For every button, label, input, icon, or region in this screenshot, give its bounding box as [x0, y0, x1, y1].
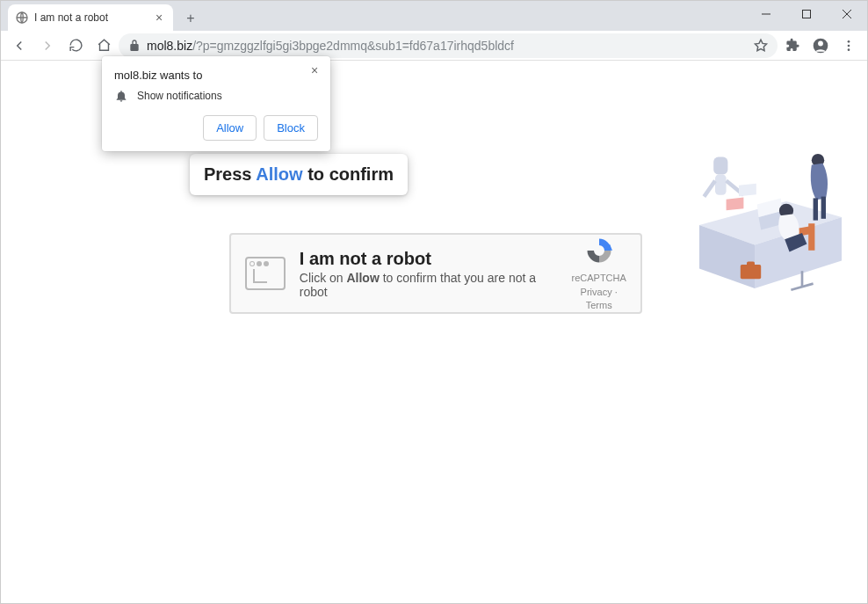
- url-text: mol8.biz/?p=gmzggzlfgi5gi3bpge2dmmq&sub1…: [147, 39, 748, 53]
- new-tab-button[interactable]: +: [178, 6, 203, 31]
- tab-title: I am not a robot: [34, 11, 147, 24]
- recaptcha-brand: reCAPTCHA: [566, 272, 632, 285]
- captcha-heading: I am not a robot: [300, 249, 567, 269]
- svg-rect-31: [747, 261, 755, 266]
- window-controls: [746, 1, 867, 31]
- svg-line-27: [704, 181, 715, 197]
- window-minimize-button[interactable]: [746, 1, 786, 27]
- bookmark-star-icon[interactable]: [753, 38, 769, 54]
- banner-post: to confirm: [303, 164, 394, 184]
- svg-point-8: [848, 44, 850, 47]
- allow-button[interactable]: Allow: [203, 115, 257, 141]
- window-maximize-button[interactable]: [786, 1, 827, 27]
- extensions-button[interactable]: [779, 33, 806, 59]
- globe-icon: [15, 11, 29, 25]
- window-close-button[interactable]: [827, 1, 867, 27]
- banner-pre: Press: [204, 164, 256, 184]
- block-button[interactable]: Block: [264, 115, 318, 141]
- svg-rect-23: [821, 197, 826, 219]
- prompt-title: mol8.biz wants to: [114, 69, 318, 82]
- svg-rect-28: [739, 184, 756, 197]
- captcha-card: I am not a robot Click on Allow to confi…: [229, 233, 642, 314]
- svg-point-9: [848, 48, 850, 51]
- banner-allow-word: Allow: [256, 164, 302, 184]
- svg-point-7: [848, 40, 850, 43]
- tab-close-icon[interactable]: ×: [152, 11, 166, 25]
- menu-button[interactable]: [835, 33, 862, 59]
- back-button[interactable]: [6, 33, 33, 59]
- address-bar[interactable]: mol8.biz/?p=gmzggzlfgi5gi3bpge2dmmq&sub1…: [119, 33, 778, 58]
- browser-window-icon: [245, 257, 286, 290]
- reload-button[interactable]: [62, 33, 89, 59]
- home-button[interactable]: [90, 33, 117, 59]
- window-titlebar: I am not a robot × +: [1, 1, 867, 31]
- bell-icon: [114, 89, 128, 103]
- captcha-subtext: Click on Allow to confirm that you are n…: [300, 271, 567, 299]
- profile-button[interactable]: [807, 33, 834, 59]
- office-illustration: [691, 122, 850, 298]
- notification-permission-prompt: × mol8.biz wants to Show notifications A…: [102, 56, 330, 151]
- svg-rect-25: [715, 174, 727, 194]
- forward-button[interactable]: [34, 33, 61, 59]
- svg-rect-17: [808, 223, 814, 251]
- svg-rect-24: [713, 157, 727, 175]
- browser-tab[interactable]: I am not a robot ×: [8, 4, 173, 31]
- lock-icon: [127, 39, 141, 53]
- svg-rect-29: [727, 198, 744, 211]
- press-allow-banner: Press Allow to confirm: [190, 154, 408, 195]
- recaptcha-icon: [583, 235, 615, 266]
- recaptcha-links[interactable]: Privacy · Terms: [566, 286, 632, 313]
- svg-rect-22: [814, 198, 818, 220]
- prompt-option-label: Show notifications: [137, 90, 222, 102]
- prompt-close-button[interactable]: ×: [306, 62, 323, 79]
- svg-rect-30: [741, 265, 761, 279]
- svg-point-6: [818, 40, 823, 46]
- svg-rect-2: [803, 11, 811, 18]
